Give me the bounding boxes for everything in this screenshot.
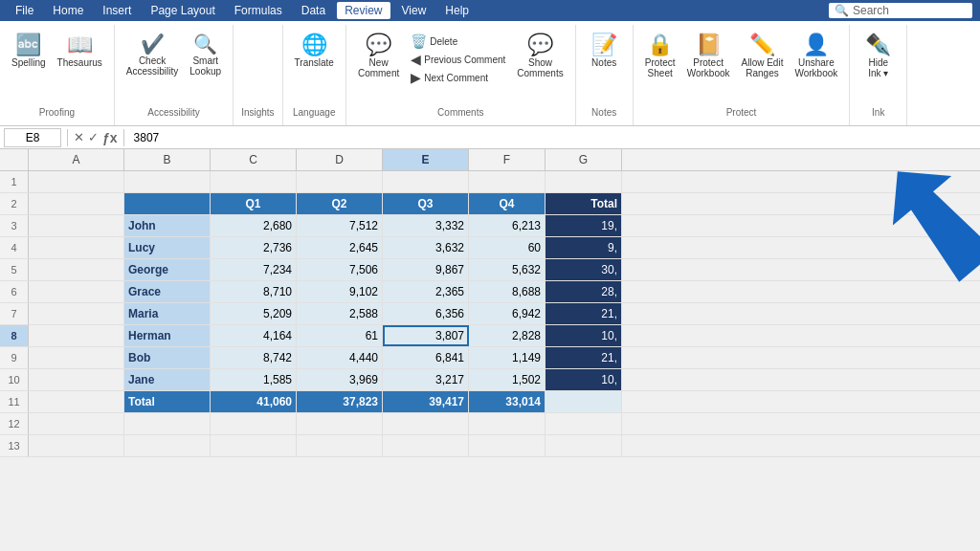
cell-b3[interactable]: John xyxy=(124,215,211,236)
cell-c8[interactable]: 4,164 xyxy=(211,325,297,346)
cell-d5[interactable]: 7,506 xyxy=(297,259,383,280)
cell-a11[interactable] xyxy=(29,391,124,412)
cell-e4[interactable]: 3,632 xyxy=(383,237,469,258)
cell-a3[interactable] xyxy=(29,215,124,236)
cell-g12[interactable] xyxy=(546,413,622,434)
cell-f5[interactable]: 5,632 xyxy=(469,259,546,280)
cell-g6[interactable]: 28, xyxy=(546,281,622,302)
cell-f10[interactable]: 1,502 xyxy=(469,369,546,390)
prev-comment-button[interactable]: ◀ Previous Comment xyxy=(407,51,509,68)
cell-g3[interactable]: 19, xyxy=(546,215,622,236)
cell-e1[interactable] xyxy=(383,171,469,192)
protect-sheet-button[interactable]: 🔒 ProtectSheet xyxy=(641,33,679,80)
next-comment-button[interactable]: ▶ Next Comment xyxy=(407,69,509,86)
spelling-button[interactable]: 🔤 Spelling xyxy=(8,33,50,70)
cell-e2[interactable]: Q3 xyxy=(383,193,469,214)
cell-c6[interactable]: 8,710 xyxy=(211,281,297,302)
cell-b6[interactable]: Grace xyxy=(124,281,211,302)
delete-button[interactable]: 🗑️ Delete xyxy=(407,33,509,50)
cell-a12[interactable] xyxy=(29,413,124,434)
cell-d9[interactable]: 4,440 xyxy=(297,347,383,368)
menu-view[interactable]: View xyxy=(394,2,434,19)
cell-c3[interactable]: 2,680 xyxy=(211,215,297,236)
cell-b1[interactable] xyxy=(124,171,211,192)
cell-b10[interactable]: Jane xyxy=(124,369,211,390)
thesaurus-button[interactable]: 📖 Thesaurus xyxy=(54,33,106,70)
cell-g9[interactable]: 21, xyxy=(546,347,622,368)
cell-f8[interactable]: 2,828 xyxy=(469,325,546,346)
smart-lookup-button[interactable]: 🔍 SmartLookup xyxy=(186,33,225,78)
cell-d11[interactable]: 37,823 xyxy=(297,391,383,412)
cell-g11[interactable] xyxy=(546,391,622,412)
menu-insert[interactable]: Insert xyxy=(95,2,139,19)
cell-d7[interactable]: 2,588 xyxy=(297,303,383,324)
cell-d8[interactable]: 61 xyxy=(297,325,383,346)
col-header-g[interactable]: G xyxy=(546,149,622,170)
cell-c9[interactable]: 8,742 xyxy=(211,347,297,368)
cell-f12[interactable] xyxy=(469,413,546,434)
cell-e13[interactable] xyxy=(383,435,469,456)
menu-data[interactable]: Data xyxy=(294,2,333,19)
cell-c1[interactable] xyxy=(211,171,297,192)
cell-b11[interactable]: Total xyxy=(124,391,211,412)
cell-c12[interactable] xyxy=(211,413,297,434)
new-comment-button[interactable]: 💬 NewComment xyxy=(354,33,403,80)
cell-c13[interactable] xyxy=(211,435,297,456)
col-header-e[interactable]: E xyxy=(383,149,469,170)
cell-f1[interactable] xyxy=(469,171,546,192)
menu-review[interactable]: Review xyxy=(337,2,390,19)
cell-e3[interactable]: 3,332 xyxy=(383,215,469,236)
cell-a8[interactable] xyxy=(29,325,124,346)
cell-d4[interactable]: 2,645 xyxy=(297,237,383,258)
col-header-a[interactable]: A xyxy=(29,149,124,170)
menu-home[interactable]: Home xyxy=(45,2,91,19)
cell-d6[interactable]: 9,102 xyxy=(297,281,383,302)
notes-button[interactable]: 📝 Notes xyxy=(585,33,623,70)
menu-page-layout[interactable]: Page Layout xyxy=(143,2,222,19)
cell-a13[interactable] xyxy=(29,435,124,456)
cell-b2[interactable] xyxy=(124,193,211,214)
cell-f4[interactable]: 60 xyxy=(469,237,546,258)
menu-file[interactable]: File xyxy=(8,2,41,19)
cell-d1[interactable] xyxy=(297,171,383,192)
cell-f2[interactable]: Q4 xyxy=(469,193,546,214)
cell-b13[interactable] xyxy=(124,435,211,456)
cell-d3[interactable]: 7,512 xyxy=(297,215,383,236)
col-header-f[interactable]: F xyxy=(469,149,546,170)
cell-e9[interactable]: 6,841 xyxy=(383,347,469,368)
cell-d10[interactable]: 3,969 xyxy=(297,369,383,390)
cell-g4[interactable]: 9, xyxy=(546,237,622,258)
search-label[interactable]: Search xyxy=(853,4,889,17)
cell-f13[interactable] xyxy=(469,435,546,456)
cell-f11[interactable]: 33,014 xyxy=(469,391,546,412)
cell-c11[interactable]: 41,060 xyxy=(211,391,297,412)
cell-g1[interactable] xyxy=(546,171,622,192)
cell-e11[interactable]: 39,417 xyxy=(383,391,469,412)
cancel-formula-icon[interactable]: ✕ xyxy=(74,130,84,144)
cell-b5[interactable]: George xyxy=(124,259,211,280)
cell-a7[interactable] xyxy=(29,303,124,324)
cell-reference[interactable]: E8 xyxy=(4,128,61,147)
unshare-button[interactable]: 👤 UnshareWorkbook xyxy=(791,33,841,80)
check-accessibility-button[interactable]: ✔️ CheckAccessibility xyxy=(122,33,182,78)
cell-b7[interactable]: Maria xyxy=(124,303,211,324)
hide-ink-button[interactable]: ✒️ HideInk ▾ xyxy=(859,33,898,80)
col-header-d[interactable]: D xyxy=(297,149,383,170)
cell-a10[interactable] xyxy=(29,369,124,390)
cell-e12[interactable] xyxy=(383,413,469,434)
cell-a2[interactable] xyxy=(29,193,124,214)
cell-b9[interactable]: Bob xyxy=(124,347,211,368)
cell-f7[interactable]: 6,942 xyxy=(469,303,546,324)
confirm-formula-icon[interactable]: ✓ xyxy=(88,130,99,144)
cell-e8[interactable]: 3,807 xyxy=(383,325,469,346)
translate-button[interactable]: 🌐 Translate xyxy=(291,33,338,70)
cell-c10[interactable]: 1,585 xyxy=(211,369,297,390)
cell-b4[interactable]: Lucy xyxy=(124,237,211,258)
cell-g7[interactable]: 21, xyxy=(546,303,622,324)
cell-c4[interactable]: 2,736 xyxy=(211,237,297,258)
cell-g2[interactable]: Total xyxy=(546,193,622,214)
menu-help[interactable]: Help xyxy=(437,2,477,19)
insert-function-icon[interactable]: ƒx xyxy=(102,130,118,145)
cell-e10[interactable]: 3,217 xyxy=(383,369,469,390)
cell-e6[interactable]: 2,365 xyxy=(383,281,469,302)
